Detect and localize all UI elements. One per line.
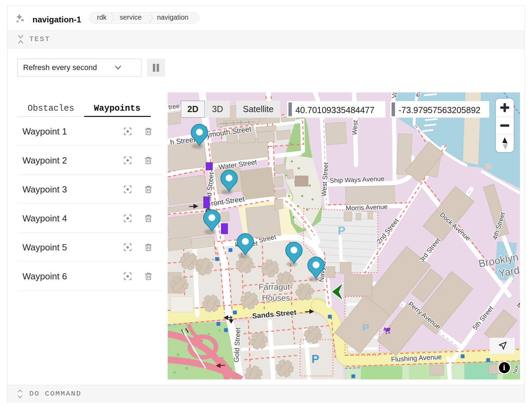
- svg-text:Houses: Houses: [262, 293, 290, 302]
- svg-text:P: P: [312, 352, 319, 365]
- svg-text:Farragut: Farragut: [259, 282, 290, 291]
- svg-text:P: P: [338, 224, 346, 237]
- svg-text:Va: Va: [390, 92, 398, 99]
- svg-text:er: er: [413, 92, 422, 97]
- svg-text:West: West: [351, 120, 359, 135]
- svg-text:P: P: [362, 322, 369, 333]
- svg-text:tree: tree: [168, 102, 180, 111]
- svg-text:Morris Avenue: Morris Avenue: [346, 203, 388, 212]
